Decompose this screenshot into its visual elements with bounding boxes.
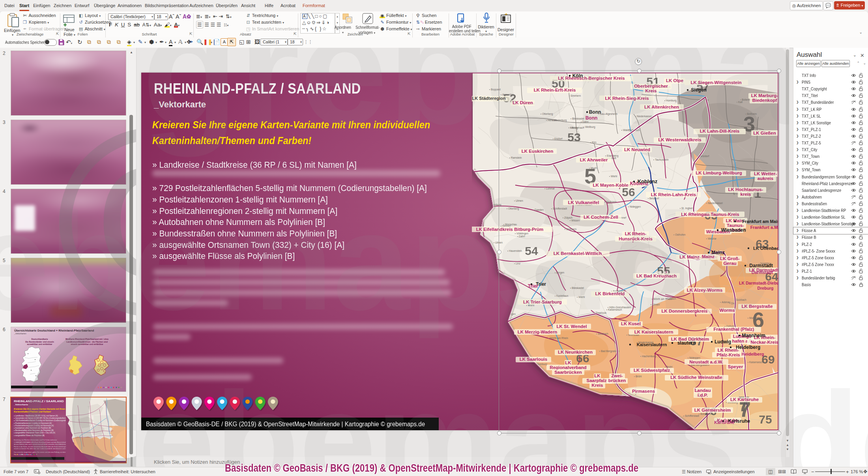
svg-text:Dahn: Dahn bbox=[519, 235, 525, 238]
svg-text:Annweiler: Annweiler bbox=[502, 93, 514, 96]
svg-text:Wörth am Rhein: Wörth am Rhein bbox=[550, 337, 568, 339]
svg-text:Lohmar: Lohmar bbox=[546, 187, 555, 190]
svg-text:LK Offenbach: LK Offenbach bbox=[753, 246, 778, 251]
svg-text:LK Altenkirchen: LK Altenkirchen bbox=[644, 105, 679, 109]
svg-text:Kaiserslautern: Kaiserslautern bbox=[637, 342, 667, 347]
svg-text:Kastellaun: Kastellaun bbox=[556, 294, 569, 297]
svg-text:Schleiden: Schleiden bbox=[571, 401, 582, 404]
svg-text:Blieskastel: Blieskastel bbox=[572, 117, 585, 120]
svg-text:LK Olpe: LK Olpe bbox=[666, 78, 683, 83]
svg-text:Simmern: Simmern bbox=[571, 94, 581, 97]
svg-text:Bonn: Bonn bbox=[586, 115, 598, 121]
svg-text:LK Lahn-Dill-Kreis: LK Lahn-Dill-Kreis bbox=[700, 129, 739, 133]
svg-text:LK Düren: LK Düren bbox=[513, 100, 533, 105]
svg-text:Kirn: Kirn bbox=[592, 141, 597, 144]
svg-text:Oberbergischer: Oberbergischer bbox=[634, 84, 668, 88]
svg-text:Osthofen: Osthofen bbox=[675, 233, 686, 236]
svg-text:LK Limburg-Weilburg: LK Limburg-Weilburg bbox=[696, 171, 742, 175]
svg-text:Brühl: Brühl bbox=[636, 375, 642, 378]
svg-text:7: 7 bbox=[739, 397, 751, 421]
svg-text:Wadern: Wadern bbox=[518, 410, 527, 413]
svg-text:LK Darmstadt-Dieburg: LK Darmstadt-Dieburg bbox=[739, 281, 778, 285]
svg-text:LK Rhein-Erft-Kreis: LK Rhein-Erft-Kreis bbox=[534, 88, 576, 92]
svg-text:Kall: Kall bbox=[738, 101, 743, 103]
svg-text:LK Kaiserslautern: LK Kaiserslautern bbox=[634, 330, 673, 334]
svg-text:Kandel: Kandel bbox=[490, 347, 498, 349]
svg-text:Kreis: Kreis bbox=[645, 88, 657, 93]
svg-text:Sulzbach: Sulzbach bbox=[598, 332, 608, 335]
svg-text:Nideggen: Nideggen bbox=[630, 205, 641, 208]
svg-text:Völklingen: Völklingen bbox=[516, 232, 528, 235]
svg-text:Bellheim: Bellheim bbox=[747, 112, 757, 115]
svg-text:Hauenstein: Hauenstein bbox=[509, 249, 522, 252]
svg-text:LK Neuwied: LK Neuwied bbox=[624, 147, 650, 152]
svg-text:Nideggen: Nideggen bbox=[689, 356, 700, 360]
svg-text:Frankfurt a.M.: Frankfurt a.M. bbox=[750, 225, 778, 230]
svg-text:LK Donnersbergkreis: LK Donnersbergkreis bbox=[662, 309, 708, 313]
svg-text:Wörth am Rhein: Wörth am Rhein bbox=[653, 298, 672, 300]
svg-text:Zwei-: Zwei- bbox=[611, 373, 623, 378]
svg-text:Eisenberg: Eisenberg bbox=[607, 154, 619, 157]
svg-text:LK Saarlouis: LK Saarlouis bbox=[520, 357, 547, 362]
svg-text:LK Rhein-Lahn-Kreis: LK Rhein-Lahn-Kreis bbox=[651, 192, 696, 197]
svg-text:Mannheim: Mannheim bbox=[742, 333, 765, 338]
svg-text:Neustadt a.d.W.: Neustadt a.d.W. bbox=[689, 360, 723, 364]
svg-text:Pirmasens: Pirmasens bbox=[632, 389, 655, 394]
svg-text:Adenau: Adenau bbox=[722, 301, 731, 304]
svg-text:LK Euskirchen: LK Euskirchen bbox=[522, 149, 554, 154]
svg-text:St. Ingbert: St. Ingbert bbox=[681, 207, 693, 210]
svg-text:Wiesbaden: Wiesbaden bbox=[721, 227, 746, 233]
svg-text:LK Ahrweiler: LK Ahrweiler bbox=[580, 157, 608, 162]
svg-text:Betzdorf: Betzdorf bbox=[649, 197, 659, 200]
svg-text:Simmern: Simmern bbox=[566, 228, 576, 231]
svg-text:LK Cochem-Zell: LK Cochem-Zell bbox=[584, 215, 618, 219]
svg-text:LK Alzey-Worms: LK Alzey-Worms bbox=[687, 288, 723, 292]
svg-text:Koblenz: Koblenz bbox=[638, 178, 658, 184]
svg-text:53: 53 bbox=[567, 131, 580, 144]
svg-text:LK Wetter-: LK Wetter- bbox=[754, 171, 777, 176]
svg-text:Dreburg: Dreburg bbox=[758, 286, 774, 290]
svg-text:Blieskastel: Blieskastel bbox=[495, 407, 507, 409]
svg-text:Biedenkopf: Biedenkopf bbox=[752, 98, 777, 103]
svg-text:Wetzlar: Wetzlar bbox=[708, 237, 717, 240]
svg-text:LK Bernkastel-Wittlich: LK Bernkastel-Wittlich bbox=[554, 251, 602, 256]
svg-text:Gerau: Gerau bbox=[723, 261, 736, 266]
svg-text:Daaden: Daaden bbox=[535, 208, 544, 211]
svg-text:LK Rhein-Sieg-Kreis: LK Rhein-Sieg-Kreis bbox=[605, 96, 649, 101]
svg-text:LK St. Wendel: LK St. Wendel bbox=[556, 324, 587, 329]
svg-text:Eisdorf: Eisdorf bbox=[554, 137, 562, 140]
svg-text:Saarbrücken: Saarbrücken bbox=[554, 370, 582, 375]
svg-text:Boppard: Boppard bbox=[491, 88, 501, 91]
svg-text:LK Kusel: LK Kusel bbox=[621, 321, 641, 326]
svg-text:Annweiler: Annweiler bbox=[479, 373, 490, 375]
svg-text:Frankfurt am Main: Frankfurt am Main bbox=[742, 219, 778, 224]
svg-text:Rülzheim: Rülzheim bbox=[505, 292, 516, 295]
svg-text:LK Mayen-Koblenz: LK Mayen-Koblenz bbox=[593, 183, 634, 187]
svg-text:LK Rheingau-Taunus-Kreis: LK Rheingau-Taunus-Kreis bbox=[681, 212, 739, 217]
svg-text:LK Städteregion: LK Städteregion bbox=[472, 96, 506, 101]
svg-text:Zülpich: Zülpich bbox=[564, 216, 572, 219]
svg-text:Ulmen: Ulmen bbox=[652, 303, 660, 306]
svg-text:LK Germersheim: LK Germersheim bbox=[694, 408, 731, 412]
svg-text:Bonn: Bonn bbox=[589, 109, 601, 115]
svg-text:LK Trier-Saarburg: LK Trier-Saarburg bbox=[523, 300, 562, 304]
svg-text:Otterberg: Otterberg bbox=[508, 207, 519, 210]
svg-text:Hennef: Hennef bbox=[525, 392, 533, 395]
svg-text:Mutterstadt: Mutterstadt bbox=[749, 317, 762, 319]
svg-text:Schifferstadt: Schifferstadt bbox=[553, 207, 567, 210]
svg-text:LK Rheinisch-Bergischer Kreis: LK Rheinisch-Bergischer Kreis bbox=[558, 76, 625, 81]
svg-text:brücken: brücken bbox=[608, 378, 626, 383]
svg-text:i.d.P.: i.d.P. bbox=[698, 393, 708, 397]
svg-text:LK Rhein-: LK Rhein- bbox=[625, 231, 646, 236]
svg-text:Ulmen: Ulmen bbox=[495, 241, 503, 244]
svg-text:Bobenheim: Bobenheim bbox=[700, 412, 713, 415]
svg-text:Wiehl: Wiehl bbox=[578, 296, 585, 298]
svg-text:Ramstein: Ramstein bbox=[511, 156, 522, 159]
svg-text:Bingen: Bingen bbox=[556, 271, 565, 274]
svg-text:LK: LK bbox=[594, 373, 600, 378]
svg-text:Sulzbach: Sulzbach bbox=[736, 298, 746, 301]
svg-text:slautern: slautern bbox=[677, 340, 696, 346]
svg-text:Mainz: Mainz bbox=[711, 250, 724, 255]
svg-text:Taunusstein: Taunusstein bbox=[655, 158, 669, 161]
svg-text:Wolfstein: Wolfstein bbox=[606, 201, 617, 203]
